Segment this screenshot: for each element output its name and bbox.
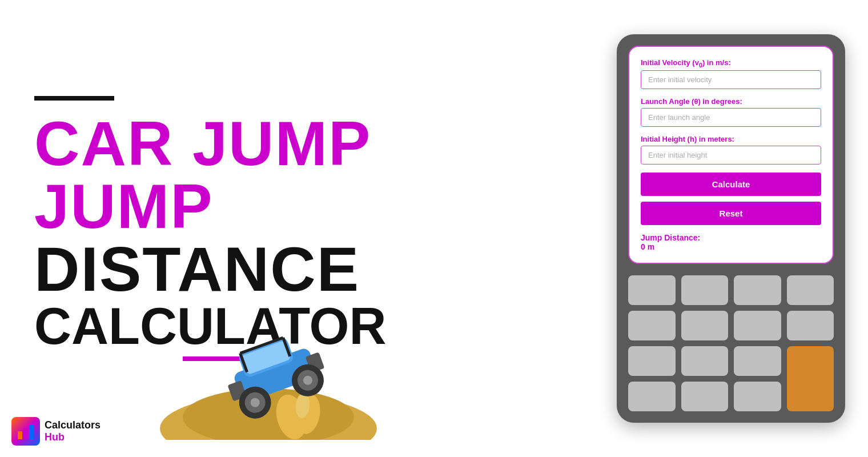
key-11[interactable] [734, 346, 781, 376]
logo-text: Calculators Hub [45, 419, 101, 443]
keypad [628, 275, 834, 411]
angle-field-group: Launch Angle (θ) in degrees: [641, 97, 821, 127]
key-10[interactable] [681, 346, 729, 376]
calculate-button[interactable]: Calculate [641, 173, 821, 196]
key-5[interactable] [628, 311, 676, 340]
title-car: CAR JUMP [34, 112, 582, 175]
result-section: Jump Distance: 0 m [641, 233, 821, 251]
height-input[interactable] [641, 146, 821, 165]
velocity-field-group: Initial Velocity (v0) in m/s: [641, 58, 821, 90]
key-4[interactable] [787, 275, 834, 305]
svg-rect-19 [18, 431, 22, 439]
key-3[interactable] [734, 275, 781, 305]
result-value: 0 m [641, 242, 821, 251]
key-12[interactable] [628, 382, 676, 411]
angle-input[interactable] [641, 108, 821, 127]
height-label: Initial Height (h) in meters: [641, 135, 821, 143]
key-14[interactable] [734, 382, 781, 411]
key-7[interactable] [734, 311, 781, 340]
logo-area: Calculators Hub [11, 417, 101, 446]
title-jump: JUMP [34, 175, 582, 238]
velocity-input[interactable] [641, 70, 821, 89]
svg-rect-21 [29, 424, 34, 439]
left-section: CAR JUMP JUMP DISTANCE CALCULATOR [0, 0, 617, 457]
right-section: Initial Velocity (v0) in m/s: Launch Ang… [617, 0, 868, 457]
angle-label: Launch Angle (θ) in degrees: [641, 97, 821, 106]
calculator-body: Initial Velocity (v0) in m/s: Launch Ang… [617, 34, 845, 423]
key-2[interactable] [681, 275, 729, 305]
svg-rect-20 [23, 428, 28, 439]
key-9[interactable] [628, 346, 676, 376]
height-field-group: Initial Height (h) in meters: [641, 135, 821, 165]
top-bar-decoration [34, 96, 114, 101]
car-illustration [160, 280, 377, 440]
key-13[interactable] [681, 382, 729, 411]
reset-button[interactable]: Reset [641, 202, 821, 225]
key-orange[interactable] [787, 346, 834, 411]
logo-icon [11, 417, 40, 446]
result-label: Jump Distance: [641, 233, 821, 242]
key-1[interactable] [628, 275, 676, 305]
calculator-screen: Initial Velocity (v0) in m/s: Launch Ang… [628, 46, 834, 264]
key-6[interactable] [681, 311, 729, 340]
key-8[interactable] [787, 311, 834, 340]
velocity-label: Initial Velocity (v0) in m/s: [641, 58, 821, 69]
